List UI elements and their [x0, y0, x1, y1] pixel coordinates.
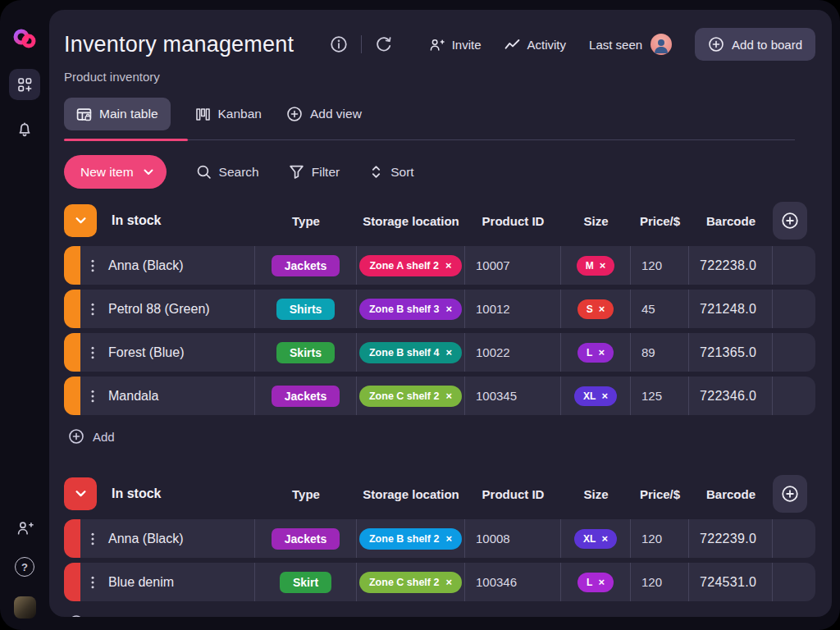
user-avatar[interactable] [14, 596, 36, 619]
row-menu-icon[interactable] [91, 390, 94, 403]
item-name[interactable]: Blue denim [108, 575, 174, 590]
remove-icon[interactable]: × [445, 577, 452, 587]
location-badge[interactable]: Zone B shelf 2 × [359, 528, 462, 550]
app-logo-icon[interactable] [11, 28, 38, 51]
column-header-price[interactable]: Price/$ [631, 487, 689, 501]
column-header-storage-location[interactable]: Storage location [357, 487, 465, 501]
remove-icon[interactable]: × [599, 304, 605, 314]
size-badge[interactable]: L × [578, 343, 614, 363]
column-header-price[interactable]: Price/$ [631, 214, 689, 228]
table-row[interactable]: Blue denim Skirt Zone C shelf 2 × 100346… [64, 563, 815, 601]
new-item-button[interactable]: New item [64, 155, 167, 189]
table-row[interactable]: Forest (Blue) Skirts Zone B shelf 4 × 10… [64, 333, 815, 372]
price[interactable]: 45 [631, 290, 689, 328]
barcode[interactable]: 722238.0 [689, 246, 773, 285]
column-header-barcode[interactable]: Barcode [689, 214, 773, 228]
type-badge[interactable]: Skirt [280, 572, 331, 593]
item-name[interactable]: Forest (Blue) [108, 345, 184, 360]
barcode[interactable]: 722239.0 [689, 519, 773, 558]
activity-button[interactable]: Activity [504, 38, 567, 52]
sidebar-boards-button[interactable] [9, 69, 40, 100]
type-badge[interactable]: Jackets [272, 528, 340, 550]
info-icon[interactable] [330, 35, 348, 53]
price[interactable]: 120 [631, 246, 689, 285]
row-menu-icon[interactable] [91, 346, 94, 359]
sync-view-icon[interactable] [375, 35, 393, 53]
product-id[interactable]: 10008 [465, 519, 561, 558]
type-badge[interactable]: Jackets [272, 386, 340, 407]
item-name[interactable]: Mandala [108, 389, 158, 404]
column-header-type[interactable]: Type [255, 487, 357, 501]
add-item-button[interactable]: Add [64, 420, 815, 453]
table-row[interactable]: Anna (Black) Jackets Zone A shelf 2 × 10… [64, 246, 815, 285]
sort-button[interactable]: Sort [369, 164, 413, 180]
group-collapse-button[interactable] [64, 477, 97, 510]
type-badge[interactable]: Jackets [272, 255, 340, 276]
add-item-button[interactable]: Add [64, 606, 815, 617]
product-id[interactable]: 10012 [465, 290, 561, 328]
barcode[interactable]: 722346.0 [689, 377, 773, 415]
remove-icon[interactable]: × [445, 390, 452, 401]
item-name[interactable]: Petrol 88 (Green) [108, 302, 210, 317]
table-row[interactable]: Petrol 88 (Green) Shirts Zone B shelf 3 … [64, 290, 815, 328]
product-id[interactable]: 100346 [465, 563, 561, 601]
barcode[interactable]: 721365.0 [689, 333, 773, 372]
column-header-size[interactable]: Size [561, 214, 631, 228]
barcode[interactable]: 724531.0 [689, 563, 773, 601]
tab-main-table[interactable]: Main table [64, 98, 171, 130]
size-badge[interactable]: S × [578, 299, 614, 319]
tab-kanban[interactable]: Kanban [195, 107, 262, 122]
remove-icon[interactable]: × [445, 304, 452, 314]
column-header-size[interactable]: Size [561, 487, 631, 501]
remove-icon[interactable]: × [601, 390, 608, 401]
location-badge[interactable]: Zone C shelf 2 × [359, 386, 462, 407]
size-badge[interactable]: XL × [574, 529, 617, 549]
column-header-barcode[interactable]: Barcode [689, 487, 773, 501]
remove-icon[interactable]: × [445, 533, 452, 544]
help-icon[interactable]: ? [15, 557, 34, 577]
column-header-product-id[interactable]: Product ID [465, 214, 561, 228]
product-id[interactable]: 100345 [465, 377, 561, 415]
size-badge[interactable]: XL × [574, 386, 617, 406]
add-column-button[interactable] [773, 475, 807, 513]
invite-button[interactable]: Invite [429, 38, 482, 52]
last-seen-avatar[interactable] [651, 34, 672, 55]
column-header-product-id[interactable]: Product ID [465, 487, 561, 501]
remove-icon[interactable]: × [445, 347, 452, 358]
size-badge[interactable]: L × [578, 573, 614, 592]
table-row[interactable]: Mandala Jackets Zone C shelf 2 × 100345 … [64, 377, 815, 415]
product-id[interactable]: 10007 [465, 246, 561, 285]
location-badge[interactable]: Zone A shelf 2 × [359, 255, 461, 276]
item-name[interactable]: Anna (Black) [108, 258, 184, 273]
remove-icon[interactable]: × [601, 533, 608, 544]
group-title[interactable]: In stock [97, 486, 255, 501]
price[interactable]: 125 [631, 377, 689, 415]
row-menu-icon[interactable] [91, 303, 94, 316]
row-menu-icon[interactable] [91, 532, 94, 546]
type-badge[interactable]: Skirts [276, 342, 335, 363]
group-collapse-button[interactable] [64, 204, 97, 237]
add-to-board-button[interactable]: Add to board [695, 28, 815, 61]
location-badge[interactable]: Zone B shelf 4 × [359, 342, 462, 363]
price[interactable]: 89 [631, 333, 689, 372]
notifications-bell-icon[interactable] [16, 121, 33, 138]
remove-icon[interactable]: × [600, 260, 606, 271]
row-menu-icon[interactable] [91, 259, 94, 272]
product-id[interactable]: 10022 [465, 333, 561, 372]
column-header-type[interactable]: Type [255, 214, 357, 228]
tab-add-view[interactable]: Add view [286, 106, 362, 122]
column-header-storage-location[interactable]: Storage location [357, 214, 465, 228]
search-button[interactable]: Search [196, 164, 259, 180]
price[interactable]: 120 [631, 563, 689, 601]
barcode[interactable]: 721248.0 [689, 290, 773, 328]
group-title[interactable]: In stock [97, 213, 255, 228]
invite-user-icon[interactable] [16, 520, 34, 536]
table-row[interactable]: Anna (Black) Jackets Zone B shelf 2 × 10… [64, 519, 815, 558]
type-badge[interactable]: Shirts [276, 299, 336, 320]
remove-icon[interactable]: × [598, 577, 605, 587]
add-column-button[interactable] [773, 202, 807, 240]
row-menu-icon[interactable] [91, 576, 94, 589]
remove-icon[interactable]: × [598, 347, 605, 358]
filter-button[interactable]: Filter [289, 164, 340, 180]
item-name[interactable]: Anna (Black) [108, 532, 184, 546]
